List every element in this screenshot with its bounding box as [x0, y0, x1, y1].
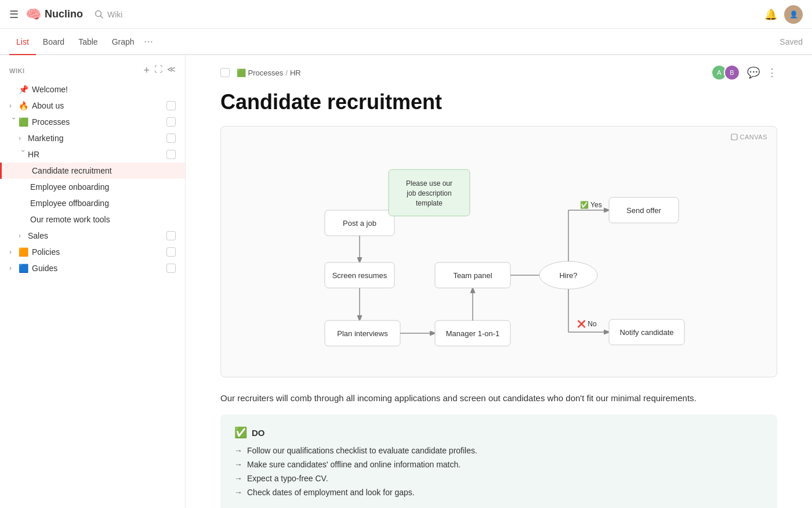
processes-checkbox[interactable]	[166, 117, 176, 127]
search-bar[interactable]: Wiki	[95, 10, 122, 19]
do-box: ✅ DO → Follow our qualifications checkli…	[220, 415, 777, 508]
sidebar-item-candidate-recruitment[interactable]: Candidate recruitment	[0, 163, 185, 179]
do-item-4: → Check dates of employment and look for…	[234, 488, 763, 497]
main-content: 🟩 Processes / HR A B 💬 ⋮ Candidate recru…	[186, 55, 812, 508]
content-top-right: A B 💬 ⋮	[711, 64, 777, 81]
svg-text:Send offer: Send offer	[626, 206, 661, 215]
tab-more-button[interactable]: ⋯	[144, 36, 153, 47]
canvas-label: CANVAS	[731, 134, 767, 140]
page-title: Candidate recruitment	[186, 85, 812, 126]
wiki-label: WIKI	[9, 67, 24, 74]
do-item-1: → Follow our qualifications checklist to…	[234, 446, 763, 455]
content-header: 🟩 Processes / HR A B 💬 ⋮	[186, 55, 812, 85]
about-us-checkbox[interactable]	[166, 101, 176, 110]
nav-right: 🔔 👤	[764, 5, 803, 24]
main-layout: WIKI + ⛶ ≪ 📌 Welcome! › 🔥 About us › 🟩 P…	[0, 55, 812, 508]
breadcrumb-hr[interactable]: HR	[290, 69, 301, 77]
collaborator-avatar-2: B	[724, 64, 740, 81]
svg-text:Team panel: Team panel	[453, 271, 492, 280]
do-item-2: → Make sure candidates' offline and onli…	[234, 460, 763, 469]
sidebar-item-employee-onboarding[interactable]: Employee onboarding	[0, 179, 185, 195]
hr-checkbox[interactable]	[166, 150, 176, 159]
do-item-3: → Expect a typo-free CV.	[234, 474, 763, 483]
svg-text:Screen resumes: Screen resumes	[332, 271, 387, 280]
search-label: Wiki	[107, 10, 122, 19]
sidebar-item-guides[interactable]: › 🟦 Guides	[0, 260, 185, 276]
svg-text:❌ No: ❌ No	[577, 319, 597, 328]
comment-button[interactable]: 💬	[747, 66, 760, 79]
svg-text:Manager 1-on-1: Manager 1-on-1	[446, 329, 500, 338]
collaborators-avatars: A B	[711, 64, 740, 81]
policies-checkbox[interactable]	[166, 247, 176, 257]
flowchart-svg: Post a job Please use our job descriptio…	[235, 140, 763, 361]
sidebar-item-policies[interactable]: › 🟧 Policies	[0, 244, 185, 260]
canvas-icon	[731, 134, 738, 140]
post-job-node: Post a job	[343, 219, 376, 228]
sidebar-item-about-us[interactable]: › 🔥 About us	[0, 98, 185, 114]
page-checkbox[interactable]	[220, 68, 230, 77]
expand-icon[interactable]: ⛶	[154, 64, 162, 77]
content-body: Our recruiters will comb through all inc…	[186, 391, 812, 508]
sidebar-header: WIKI + ⛶ ≪	[0, 62, 185, 81]
body-text: Our recruiters will comb through all inc…	[220, 391, 777, 405]
sidebar: WIKI + ⛶ ≪ 📌 Welcome! › 🔥 About us › 🟩 P…	[0, 55, 186, 508]
sidebar-item-marketing[interactable]: › Marketing	[0, 130, 185, 146]
collapse-icon[interactable]: ≪	[167, 64, 176, 77]
breadcrumb-processes[interactable]: 🟩 Processes	[237, 69, 283, 77]
flowchart-container: CANVAS Post a job Please use our job des…	[220, 126, 777, 377]
svg-rect-2	[731, 134, 737, 140]
view-tabs: List Board Table Graph ⋯ Saved	[0, 29, 812, 55]
logo[interactable]: 🧠 Nuclino	[26, 7, 83, 22]
saved-label: Saved	[780, 37, 803, 46]
top-navigation: ☰ 🧠 Nuclino Wiki 🔔 👤	[0, 0, 812, 29]
guides-checkbox[interactable]	[166, 264, 176, 273]
logo-text: Nuclino	[45, 8, 83, 20]
hamburger-menu[interactable]: ☰	[9, 8, 19, 21]
svg-text:✅ Yes: ✅ Yes	[580, 200, 602, 209]
sidebar-actions: + ⛶ ≪	[143, 64, 176, 77]
add-icon[interactable]: +	[143, 64, 150, 77]
tab-board[interactable]: Board	[36, 29, 71, 55]
svg-text:template: template	[416, 199, 443, 207]
svg-text:Please use our: Please use our	[406, 179, 452, 188]
notification-icon[interactable]: 🔔	[764, 8, 777, 21]
sidebar-item-processes[interactable]: › 🟩 Processes	[0, 114, 185, 130]
svg-text:job description: job description	[406, 189, 451, 197]
user-avatar[interactable]: 👤	[784, 5, 803, 24]
svg-line-1	[101, 16, 103, 18]
do-label: DO	[252, 428, 265, 438]
sidebar-item-hr[interactable]: › HR	[0, 146, 185, 163]
svg-text:Notify candidate: Notify candidate	[619, 328, 673, 337]
search-icon	[95, 10, 104, 19]
svg-text:Plan interviews: Plan interviews	[337, 329, 388, 338]
logo-icon: 🧠	[26, 7, 41, 22]
tab-list[interactable]: List	[9, 29, 36, 55]
sidebar-item-employee-offboarding[interactable]: Employee offboarding	[0, 195, 185, 211]
sidebar-item-welcome[interactable]: 📌 Welcome!	[0, 81, 185, 98]
do-header: ✅ DO	[234, 426, 763, 439]
tab-graph[interactable]: Graph	[105, 29, 142, 55]
sidebar-item-remote-work[interactable]: Our remote work tools	[0, 211, 185, 228]
more-options-button[interactable]: ⋮	[767, 66, 777, 79]
svg-text:Hire?: Hire?	[559, 271, 577, 280]
breadcrumb: 🟩 Processes / HR	[237, 69, 301, 77]
sidebar-item-sales[interactable]: › Sales	[0, 228, 185, 244]
sales-checkbox[interactable]	[166, 231, 176, 240]
tab-table[interactable]: Table	[71, 29, 104, 55]
do-check-icon: ✅	[234, 426, 247, 439]
marketing-checkbox[interactable]	[166, 134, 176, 143]
